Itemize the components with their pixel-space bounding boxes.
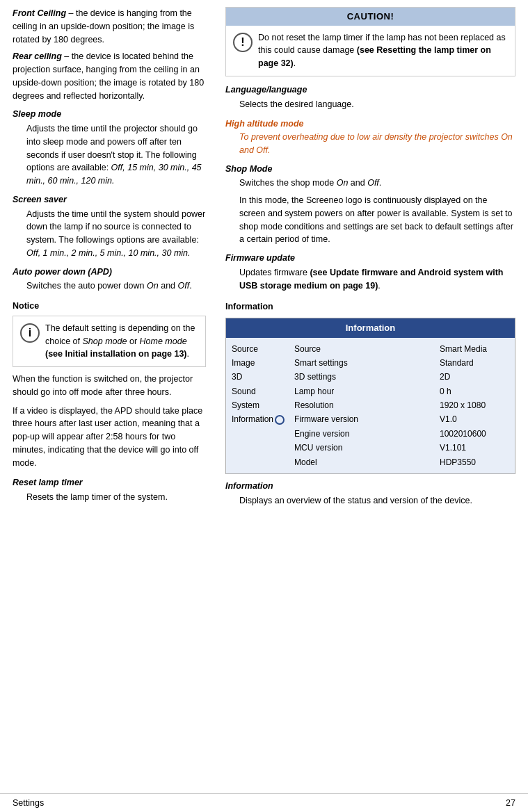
info-menu-system: System [232, 398, 294, 412]
notice-para1: When the function is switched on, the pr… [13, 373, 206, 399]
caution-icon: ! [233, 33, 253, 52]
info-table-header: Information [226, 318, 515, 338]
high-altitude-body: To prevent overheating due to low air de… [239, 131, 515, 157]
notice-box: i The default setting is depending on th… [13, 316, 206, 367]
page-footer: Settings 27 [0, 793, 528, 812]
notice-heading: Notice [13, 300, 206, 313]
info-val-2d: 2D [440, 370, 509, 384]
front-ceiling-para: Front Ceiling – the device is hanging fr… [13, 7, 206, 46]
reset-lamp-timer-body: Resets the lamp timer of the system. [26, 491, 206, 504]
screen-saver-title: Screen saver [13, 193, 206, 206]
info-val-lamp-hour: 0 h [440, 384, 509, 398]
caution-text: Do not reset the lamp timer if the lamp … [258, 31, 508, 70]
info-menu-source: Source [232, 342, 294, 356]
information-table: Information Source Image 3D Sound System… [225, 318, 515, 474]
front-ceiling-label: Front Ceiling [13, 8, 66, 18]
reset-lamp-timer-title: Reset lamp timer [13, 476, 206, 489]
language-title: Language/language [225, 83, 515, 97]
shop-mode-title: Shop Mode [225, 163, 515, 176]
screen-saver-body: Adjusts the time until the system should… [26, 208, 206, 260]
rear-ceiling-label: Rear ceiling [13, 51, 62, 61]
information-body: Displays an overview of the status and v… [239, 494, 515, 508]
notice-box-text: The default setting is depending on the … [45, 322, 198, 361]
info-val-smart-media: Smart Media [440, 342, 509, 356]
auto-power-down-title: Auto power down (APD) [13, 266, 206, 279]
info-label-resolution: Resolution [294, 398, 440, 412]
caution-body: ! Do not reset the lamp timer if the lam… [226, 26, 515, 76]
information-sub-title: Information [225, 480, 515, 493]
sleep-mode-title: Sleep mode [13, 108, 206, 121]
info-val-engine: 1002010600 [440, 427, 509, 441]
information-heading: Information [225, 300, 515, 314]
info-label-smart-settings: Smart settings [294, 356, 440, 370]
info-selected-circle [275, 415, 285, 425]
info-label-firmware: Firmware version [294, 412, 440, 426]
shop-mode-body1: Switches the shop mode On and Off. [239, 177, 515, 190]
caution-box: CAUTION! ! Do not reset the lamp timer i… [225, 7, 515, 76]
caution-header: CAUTION! [226, 8, 515, 26]
info-val-firmware: V1.0 [440, 412, 509, 426]
firmware-update-title: Firmware update [225, 252, 515, 265]
info-col-labels: Source Smart settings 3D settings Lamp h… [294, 342, 440, 470]
sleep-mode-body: Adjusts the time until the projector sho… [26, 122, 206, 188]
footer-left: Settings [13, 798, 44, 808]
shop-mode-body2: In this mode, the Screeneo logo is conti… [239, 194, 515, 246]
auto-power-down-body: Switches the auto power down On and Off. [26, 279, 206, 293]
info-val-resolution: 1920 x 1080 [440, 398, 509, 412]
info-menu-sound: Sound [232, 384, 294, 398]
info-menu-information: Information [232, 412, 294, 426]
info-label-engine: Engine version [294, 427, 440, 441]
high-altitude-title: High altitude mode [225, 117, 515, 131]
firmware-update-body: Updates firmware (see Update firmware an… [239, 266, 515, 293]
language-body: Selects the desired language. [239, 98, 515, 111]
info-menu-3d: 3D [232, 370, 294, 384]
info-table-body: Source Image 3D Sound System Information… [226, 338, 515, 474]
info-label-model: Model [294, 455, 440, 469]
info-label-3d-settings: 3D settings [294, 370, 440, 384]
info-label-mcu: MCU version [294, 441, 440, 455]
info-val-mcu: V1.101 [440, 441, 509, 455]
info-col-menu: Source Image 3D Sound System Information [232, 342, 294, 470]
info-menu-image: Image [232, 356, 294, 370]
rear-ceiling-para: Rear ceiling – the device is located beh… [13, 50, 206, 102]
info-label-lamp-hour: Lamp hour [294, 384, 440, 398]
notice-para2: If a video is displayed, the APD should … [13, 405, 206, 470]
left-column: Front Ceiling – the device is hanging fr… [0, 0, 216, 791]
info-val-model: HDP3550 [440, 455, 509, 469]
info-label-source: Source [294, 342, 440, 356]
notice-icon: i [20, 323, 40, 343]
info-col-values: Smart Media Standard 2D 0 h 1920 x 1080 … [440, 342, 509, 470]
footer-right: 27 [506, 798, 515, 808]
info-val-standard: Standard [440, 356, 509, 370]
right-column: CAUTION! ! Do not reset the lamp timer i… [216, 0, 528, 791]
